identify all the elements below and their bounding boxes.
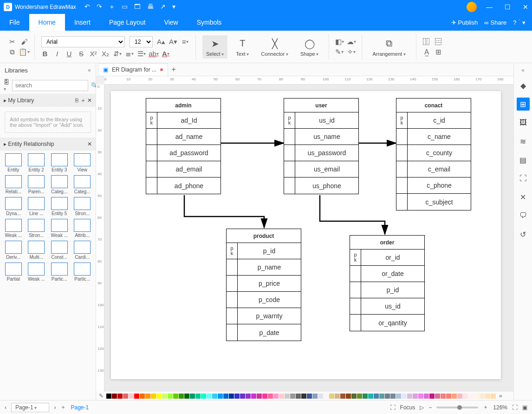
tab-page-layout[interactable]: Page Layout — [100, 14, 155, 31]
shape-item[interactable]: Relati... — [3, 175, 24, 194]
color-swatch[interactable] — [385, 394, 390, 399]
color-swatch[interactable] — [402, 394, 407, 399]
strikethrough-icon[interactable]: S — [78, 50, 85, 58]
color-swatch[interactable] — [229, 394, 234, 399]
color-swatch[interactable] — [307, 394, 312, 399]
size-icon[interactable]: ⛶ — [517, 172, 530, 185]
arrangement-button[interactable]: ⧉Arrangement — [369, 35, 409, 59]
format-painter-icon[interactable]: 🖌 — [20, 38, 28, 46]
close-er-icon[interactable]: ✕ — [87, 141, 92, 147]
collapse-panel-icon[interactable]: « — [88, 67, 91, 73]
add-page-icon[interactable]: ＋ — [60, 403, 66, 411]
select-tool-button[interactable]: ➤Select — [202, 35, 227, 59]
color-swatch[interactable] — [363, 394, 368, 399]
eyedropper-icon[interactable]: ✎ — [99, 393, 104, 399]
print-button[interactable]: 🖶 — [147, 3, 154, 11]
shape-item[interactable]: Partic... — [72, 263, 93, 282]
color-swatch[interactable] — [318, 394, 323, 399]
fit-page-icon[interactable]: ⛶ — [512, 404, 518, 411]
color-swatch[interactable] — [357, 394, 362, 399]
color-swatch[interactable] — [351, 394, 357, 399]
shape-item[interactable]: Weak ... — [49, 219, 70, 238]
style-icon[interactable]: ✧ — [348, 48, 355, 56]
color-swatch[interactable] — [117, 394, 123, 399]
color-swatch[interactable] — [262, 394, 267, 399]
color-swatch[interactable] — [474, 394, 479, 399]
color-swatch[interactable] — [106, 394, 111, 399]
shape-item[interactable]: View — [72, 153, 93, 172]
decrease-font-icon[interactable]: A▾ — [169, 38, 177, 46]
color-swatch[interactable] — [457, 394, 462, 399]
image-icon[interactable]: 🖼 — [517, 116, 530, 129]
text-align-icon[interactable]: ≡ — [182, 38, 189, 46]
shape-item[interactable]: Cardi... — [72, 241, 93, 260]
color-swatch[interactable] — [179, 394, 184, 399]
shape-item[interactable]: Line ... — [26, 197, 47, 216]
connector-tool-button[interactable]: ╳Connector — [257, 35, 292, 59]
tab-view[interactable]: View — [155, 14, 188, 31]
color-swatch[interactable] — [374, 394, 379, 399]
shape-item[interactable]: Entity 5 — [49, 197, 70, 216]
shape-item[interactable]: Partial — [3, 263, 24, 282]
layers-icon[interactable]: ≋ — [517, 135, 530, 148]
page-background[interactable]: adminpkad_Idad_namead_passwordad_emailad… — [104, 85, 513, 392]
color-swatch[interactable] — [129, 394, 134, 399]
color-swatch[interactable] — [195, 394, 201, 399]
color-swatch[interactable] — [140, 394, 145, 399]
shape-item[interactable]: Attrib... — [72, 219, 93, 238]
paste-icon[interactable]: 📋 — [20, 48, 28, 56]
color-swatch[interactable] — [134, 394, 139, 399]
color-swatch[interactable] — [435, 394, 440, 399]
user-avatar[interactable] — [467, 2, 477, 12]
color-swatch[interactable] — [268, 394, 273, 399]
color-swatch[interactable] — [184, 394, 189, 399]
page[interactable]: adminpkad_Idad_namead_passwordad_emailad… — [111, 91, 501, 379]
group-icon[interactable]: ⿲ — [423, 38, 430, 46]
shape-tool-button[interactable]: ◯Shape — [297, 35, 323, 59]
shape-item[interactable]: Multi... — [26, 241, 47, 260]
library-menu-icon[interactable]: 🗄 — [4, 79, 9, 92]
expand-right-panel-icon[interactable]: « — [521, 67, 525, 73]
color-swatch[interactable] — [279, 394, 284, 399]
page-selector[interactable]: Page-1 — [11, 403, 49, 412]
palette-more-icon[interactable]: » — [499, 393, 502, 399]
color-swatch[interactable] — [223, 394, 228, 399]
entity-product[interactable]: productpkp_idp_namep_pricep_codep_warnty… — [226, 229, 301, 341]
color-swatch[interactable] — [151, 394, 156, 399]
color-swatch[interactable] — [441, 394, 446, 399]
new-button[interactable]: ＋ — [109, 3, 115, 11]
numbering-icon[interactable]: ☰ — [138, 50, 145, 58]
maximize-button[interactable]: ☐ — [505, 3, 511, 11]
color-swatch[interactable] — [463, 394, 468, 399]
color-swatch[interactable] — [429, 394, 435, 399]
entity-order[interactable]: orderpkor_idor_datep_idus_idor_qantity — [350, 235, 425, 331]
color-swatch[interactable] — [335, 394, 340, 399]
export-button[interactable]: ↗ — [160, 3, 166, 11]
open-button[interactable]: ▭ — [122, 3, 128, 11]
undo-button[interactable]: ↶ — [84, 3, 90, 11]
shape-item[interactable]: Weak ... — [26, 263, 47, 282]
color-swatch[interactable] — [346, 394, 351, 399]
help-button[interactable]: ?• ▾ — [513, 19, 526, 26]
align-icon[interactable]: A̲ — [423, 48, 430, 56]
entity-admin[interactable]: adminpkad_Idad_namead_passwordad_emailad… — [146, 98, 221, 194]
highlight-color-icon[interactable]: ab — [150, 50, 157, 58]
save-button[interactable]: 🗔 — [134, 3, 141, 11]
add-document-button[interactable]: ＋ — [168, 65, 179, 74]
publish-button[interactable]: ✈Publish — [451, 19, 478, 26]
entity-conact[interactable]: conactpkc_idc_namec_countyc_emailc_phone… — [396, 98, 471, 210]
shape-item[interactable]: Const... — [49, 241, 70, 260]
color-swatch[interactable] — [468, 394, 474, 399]
font-color-icon[interactable]: A — [162, 50, 169, 58]
color-swatch[interactable] — [491, 394, 496, 399]
color-swatch[interactable] — [418, 394, 423, 399]
shape-item[interactable]: Categ... — [49, 175, 70, 194]
color-swatch[interactable] — [285, 394, 290, 399]
shape-item[interactable]: Paren... — [26, 175, 47, 194]
color-swatch[interactable] — [162, 394, 167, 399]
color-swatch[interactable] — [112, 394, 117, 399]
superscript-icon[interactable]: X² — [90, 50, 97, 58]
color-swatch[interactable] — [156, 394, 162, 399]
color-swatch[interactable] — [190, 394, 195, 399]
color-swatch[interactable] — [407, 394, 412, 399]
